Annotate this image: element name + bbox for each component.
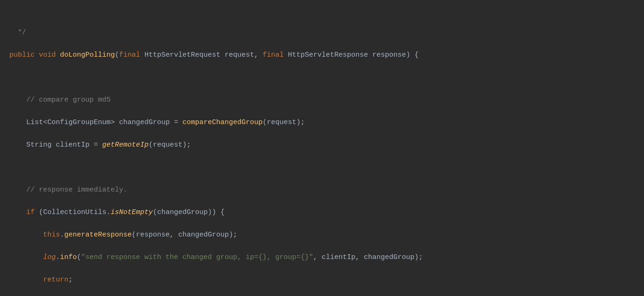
code-line-4: // compare group md5 <box>9 95 635 106</box>
code-line-9: if (CollectionUtils.isNotEmpty(changedGr… <box>9 207 635 218</box>
code-line-12: return; <box>9 274 635 286</box>
code-line-3 <box>9 72 635 83</box>
code-line-11: log.info("send response with the changed… <box>9 252 635 263</box>
code-editor: */ public void doLongPolling(final HttpS… <box>0 0 644 296</box>
code-line-5: List<ConfigGroupEnum> changedGroup = com… <box>9 117 635 128</box>
code-line-1: */ <box>9 27 635 38</box>
code-line-6: String clientIp = getRemoteIp(request); <box>9 140 635 151</box>
code-line-2: public void doLongPolling(final HttpServ… <box>9 50 635 61</box>
code-line-8: // response immediately. <box>9 185 635 196</box>
code-line-7 <box>9 162 635 173</box>
code-line-10: this.generateResponse(response, changedG… <box>9 229 635 241</box>
